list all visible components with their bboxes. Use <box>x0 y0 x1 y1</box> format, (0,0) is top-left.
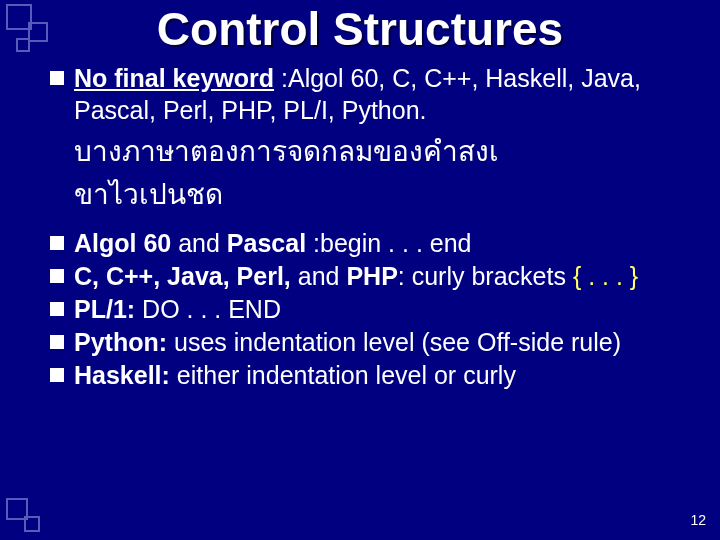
bullet-square-icon <box>50 302 64 316</box>
bullet-item: Python: uses indentation level (see Off-… <box>50 326 698 358</box>
bullet-text: C, C++, Java, Perl, and PHP: curly brack… <box>74 260 638 292</box>
bullet-text: Haskell: either indentation level or cur… <box>74 359 516 391</box>
page-number: 12 <box>690 512 706 528</box>
bullet-square-icon <box>50 335 64 349</box>
bullet-square-icon <box>50 236 64 250</box>
bullet-item: Algol 60 and Pascal :begin . . . end <box>50 227 698 259</box>
curly-brackets-highlight: { . . . } <box>573 262 638 290</box>
bullet-square-icon <box>50 368 64 382</box>
bullet-text: Algol 60 and Pascal :begin . . . end <box>74 227 472 259</box>
bullet-text: No final keyword :Algol 60, C, C++, Hask… <box>74 62 698 126</box>
thai-line-2: ขาไวเปนชด <box>74 173 698 216</box>
thai-line-1: บางภาษาตองการจดกลมของคำสงเ <box>74 130 698 173</box>
bullet-group: Algol 60 and Pascal :begin . . . end C, … <box>50 227 698 391</box>
bullet-item: No final keyword :Algol 60, C, C++, Hask… <box>50 62 698 126</box>
thai-text: บางภาษาตองการจดกลมของคำสงเ ขาไวเปนชด <box>50 130 698 217</box>
bullet-item: C, C++, Java, Perl, and PHP: curly brack… <box>50 260 698 292</box>
bullet-text: Python: uses indentation level (see Off-… <box>74 326 621 358</box>
slide: Control Structures No final keyword :Alg… <box>0 0 720 540</box>
bullet-square-icon <box>50 269 64 283</box>
slide-title: Control Structures <box>22 0 698 56</box>
slide-content: No final keyword :Algol 60, C, C++, Hask… <box>22 62 698 391</box>
bullet-item: PL/1: DO . . . END <box>50 293 698 325</box>
bullet-square-icon <box>50 71 64 85</box>
no-final-keyword-label: No final keyword <box>74 64 274 92</box>
bullet-item: Haskell: either indentation level or cur… <box>50 359 698 391</box>
bullet-text: PL/1: DO . . . END <box>74 293 281 325</box>
